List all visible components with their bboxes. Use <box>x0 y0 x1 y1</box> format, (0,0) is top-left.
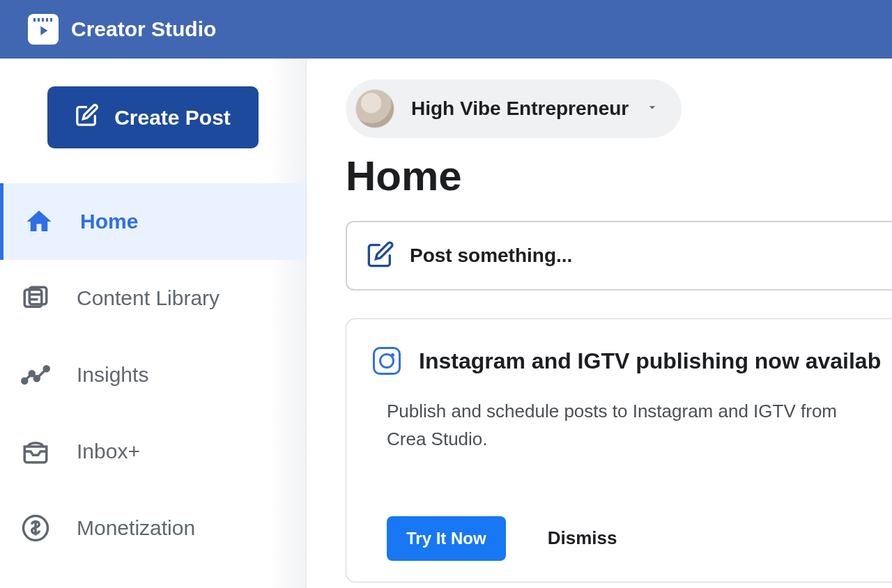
sidebar-item-monetization[interactable]: Monetization <box>0 490 306 566</box>
create-post-label: Create Post <box>114 106 231 130</box>
sidebar-item-label: Monetization <box>77 516 195 540</box>
sidebar-item-label: Inbox+ <box>77 440 140 463</box>
sidebar-item-home[interactable]: Home <box>0 183 306 260</box>
promo-body: Publish and schedule posts to Instagram … <box>373 397 866 454</box>
post-placeholder: Post something... <box>410 245 572 267</box>
svg-point-5 <box>29 371 34 376</box>
page-title: Home <box>346 152 892 200</box>
monetization-icon <box>20 512 52 544</box>
compose-icon <box>75 103 99 132</box>
sidebar-item-content-library[interactable]: Content Library <box>0 260 306 336</box>
create-post-button[interactable]: Create Post <box>47 86 259 148</box>
dismiss-button[interactable]: Dismiss <box>548 527 617 549</box>
sidebar: Create Post Home Content Library Insight… <box>0 59 307 588</box>
avatar <box>355 89 394 128</box>
inbox-icon <box>20 435 52 467</box>
post-something-box[interactable]: Post something... <box>346 221 892 291</box>
account-name: High Vibe Entrepreneur <box>411 98 629 120</box>
promo-card: Instagram and IGTV publishing now availa… <box>346 318 892 582</box>
compose-icon <box>367 240 394 271</box>
main-content: High Vibe Entrepreneur Home Post somethi… <box>307 59 892 588</box>
app-logo-icon <box>28 14 59 45</box>
sidebar-item-inbox[interactable]: Inbox+ <box>0 413 306 490</box>
app-title: Creator Studio <box>71 17 216 41</box>
instagram-icon <box>373 347 401 375</box>
insights-icon <box>20 359 52 391</box>
svg-point-6 <box>34 376 39 381</box>
account-selector[interactable]: High Vibe Entrepreneur <box>346 79 682 138</box>
promo-title: Instagram and IGTV publishing now availa… <box>419 348 881 374</box>
library-icon <box>20 282 52 314</box>
chevron-down-icon <box>645 100 659 117</box>
sidebar-item-label: Insights <box>77 363 148 387</box>
svg-point-7 <box>44 366 49 371</box>
sidebar-item-label: Home <box>80 210 138 233</box>
sidebar-item-insights[interactable]: Insights <box>0 336 306 413</box>
sidebar-item-label: Content Library <box>77 286 220 310</box>
app-header: Creator Studio <box>0 0 892 59</box>
svg-point-4 <box>22 378 27 383</box>
home-icon <box>23 206 55 238</box>
try-it-now-button[interactable]: Try It Now <box>387 516 506 561</box>
